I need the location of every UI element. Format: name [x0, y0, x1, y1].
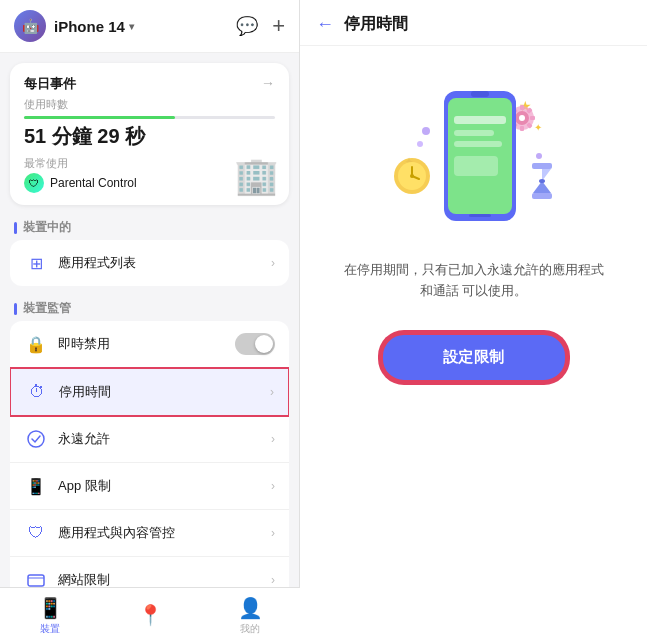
nav-item-profile[interactable]: 👤 我的: [200, 596, 300, 636]
nav-item-location[interactable]: 📍: [100, 603, 200, 629]
header-icons: 💬 +: [236, 13, 285, 39]
menu-item-instant-ban[interactable]: 🔒 即時禁用: [10, 321, 289, 368]
card-row-top: 每日事件 →: [24, 75, 275, 93]
right-content: ★ ✦ ✦: [300, 46, 647, 643]
always-allow-label: 永遠允許: [58, 430, 271, 448]
message-icon[interactable]: 💬: [236, 15, 258, 37]
left-scroll: 每日事件 → 使用時數 51 分鐘 29 秒 最常使用 🛡 Parental C…: [0, 53, 299, 643]
always-allow-icon: [24, 427, 48, 451]
svg-rect-34: [469, 214, 491, 217]
left-panel: 🤖 iPhone 14 ▾ 💬 + 每日事件 → 使用時數 51 分鐘 29 秒…: [0, 0, 300, 643]
svg-point-8: [519, 115, 525, 121]
svg-rect-33: [471, 91, 489, 97]
svg-rect-1: [28, 575, 44, 586]
svg-rect-9: [520, 105, 524, 110]
instant-ban-label: 即時禁用: [58, 335, 235, 353]
menu-item-app-list[interactable]: ⊞ 應用程式列表 ›: [10, 240, 289, 286]
avatar: 🤖: [14, 10, 46, 42]
right-panel-title: 停用時間: [344, 14, 408, 35]
menu-item-downtime[interactable]: ⏱ 停用時間 ›: [10, 367, 289, 417]
daily-event-arrow[interactable]: →: [261, 75, 275, 91]
svg-rect-31: [454, 141, 502, 147]
app-list-label: 應用程式列表: [58, 254, 271, 272]
always-allow-arrow: ›: [271, 432, 275, 446]
svg-text:✦: ✦: [534, 122, 542, 133]
section-device-label: 裝置中的: [0, 211, 299, 240]
svg-point-35: [422, 127, 430, 135]
svg-rect-13: [520, 126, 524, 131]
app-limit-icon: 📱: [24, 474, 48, 498]
usage-bar-fill: [24, 116, 175, 119]
app-name: Parental Control: [50, 176, 137, 190]
menu-item-always-allow[interactable]: 永遠允許 ›: [10, 416, 289, 463]
app-limit-arrow: ›: [271, 479, 275, 493]
svg-point-36: [417, 141, 423, 147]
section-monitor-label: 裝置監管: [0, 292, 299, 321]
lock-icon: 🔒: [24, 332, 48, 356]
toggle-knob: [255, 335, 273, 353]
content-control-icon: 🛡: [24, 521, 48, 545]
device-card: 每日事件 → 使用時數 51 分鐘 29 秒 最常使用 🛡 Parental C…: [10, 63, 289, 205]
web-limit-arrow: ›: [271, 573, 275, 587]
back-arrow-icon[interactable]: ←: [316, 14, 334, 35]
section-bar-2: [14, 303, 17, 315]
device-header: 🤖 iPhone 14 ▾ 💬 +: [0, 0, 299, 53]
add-icon[interactable]: +: [272, 13, 285, 39]
content-control-arrow: ›: [271, 526, 275, 540]
nav-profile-label: 我的: [240, 622, 260, 636]
header-left: 🤖 iPhone 14 ▾: [14, 10, 134, 42]
downtime-label: 停用時間: [59, 383, 270, 401]
svg-point-0: [28, 431, 44, 447]
nav-item-device[interactable]: 📱 裝置: [0, 596, 100, 636]
menu-item-app-limit[interactable]: 📱 App 限制 ›: [10, 463, 289, 510]
app-limit-label: App 限制: [58, 477, 271, 495]
instant-ban-toggle[interactable]: [235, 333, 275, 355]
svg-point-26: [539, 179, 545, 183]
svg-rect-22: [532, 163, 552, 169]
device-name[interactable]: iPhone 14 ▾: [54, 18, 134, 35]
right-header: ← 停用時間: [300, 0, 647, 46]
usage-bar: [24, 116, 275, 119]
downtime-icon: ⏱: [25, 380, 49, 404]
nav-profile-icon: 👤: [238, 596, 263, 620]
nav-device-icon: 📱: [38, 596, 63, 620]
usage-time: 51 分鐘 29 秒: [24, 123, 275, 150]
svg-rect-32: [454, 156, 498, 176]
downtime-illustration: ★ ✦ ✦: [374, 76, 574, 236]
downtime-description: 在停用期間，只有已加入永遠允許的應用程式和通話 可以使用。: [344, 260, 604, 302]
svg-rect-29: [454, 116, 506, 124]
card-illustration: 🏢: [234, 155, 279, 197]
section-bar: [14, 222, 17, 234]
bottom-nav: 📱 裝置 📍 👤 我的: [0, 587, 300, 643]
svg-rect-11: [530, 116, 535, 120]
app-list-arrow: ›: [271, 256, 275, 270]
toggle-container: [235, 333, 275, 355]
svg-point-37: [536, 153, 542, 159]
downtime-arrow: ›: [270, 385, 274, 399]
app-icon: 🛡: [24, 173, 44, 193]
daily-event-label: 每日事件: [24, 75, 76, 93]
nav-device-label: 裝置: [40, 622, 60, 636]
chevron-down-icon: ▾: [129, 21, 134, 32]
right-panel: ← 停用時間 ★ ✦ ✦: [300, 0, 647, 643]
app-list-icon: ⊞: [24, 251, 48, 275]
menu-item-content-control[interactable]: 🛡 應用程式與內容管控 ›: [10, 510, 289, 557]
menu-device-group: ⊞ 應用程式列表 ›: [10, 240, 289, 286]
content-control-label: 應用程式與內容管控: [58, 524, 271, 542]
svg-rect-30: [454, 130, 494, 136]
set-limit-button[interactable]: 設定限制: [380, 332, 568, 383]
svg-rect-25: [532, 193, 552, 199]
usage-label: 使用時數: [24, 97, 275, 112]
nav-location-icon: 📍: [138, 603, 163, 627]
